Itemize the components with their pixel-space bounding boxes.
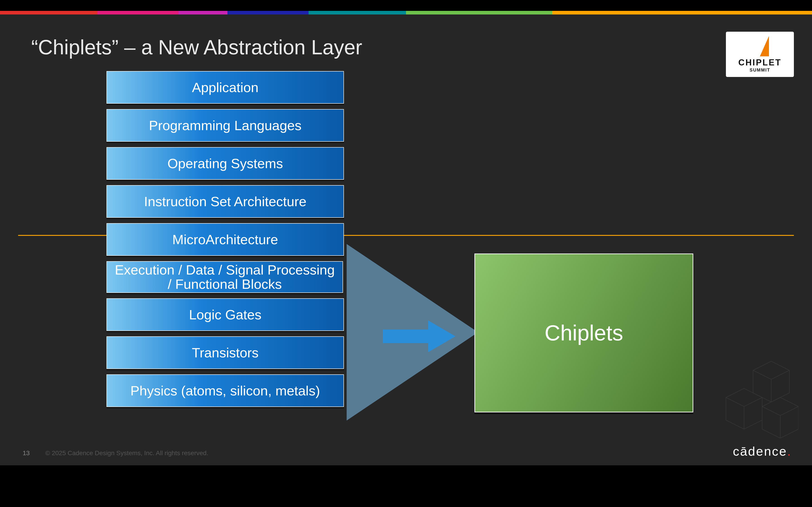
chiplets-target-box: Chiplets — [474, 253, 693, 412]
cube-decoration-icon — [685, 348, 798, 438]
arrow-right-icon — [383, 318, 455, 354]
abstraction-stack: Application Programming Languages Operat… — [106, 71, 343, 407]
layer-application: Application — [106, 71, 344, 104]
layer-transistors: Transistors — [106, 336, 344, 369]
svg-marker-1 — [383, 321, 455, 352]
summit-logo-line1: CHIPLET — [739, 58, 782, 67]
layer-isa: Instruction Set Architecture — [106, 185, 344, 218]
triangle-icon — [760, 36, 769, 56]
cadence-logo-text: cādence — [733, 444, 787, 458]
copyright-text: © 2025 Cadence Design Systems, Inc. All … — [45, 450, 208, 457]
page-number: 13 — [23, 450, 30, 457]
summit-logo-line2: SUMMIT — [750, 67, 770, 73]
top-stripe — [0, 11, 812, 14]
layer-microarchitecture: MicroArchitecture — [106, 223, 344, 256]
layer-logic-gates: Logic Gates — [106, 298, 344, 331]
layer-execution-blocks: Execution / Data / Signal Processing / F… — [106, 261, 343, 293]
layer-programming-languages: Programming Languages — [106, 109, 344, 142]
slide-title: “Chiplets” – a New Abstraction Layer — [31, 36, 362, 59]
cadence-logo-dot: . — [787, 444, 792, 458]
slide: “Chiplets” – a New Abstraction Layer CHI… — [0, 11, 812, 465]
cadence-logo: cādence. — [733, 444, 792, 459]
layer-physics: Physics (atoms, silicon, metals) — [106, 374, 344, 407]
chiplet-summit-logo: CHIPLET SUMMIT — [726, 32, 794, 77]
layer-operating-systems: Operating Systems — [106, 147, 344, 180]
